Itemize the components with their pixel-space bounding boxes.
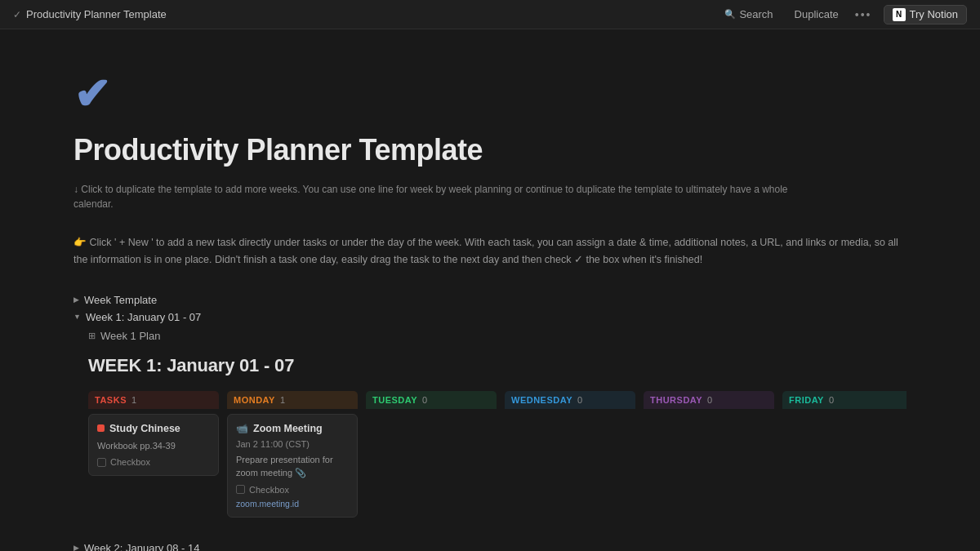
week-plan-table-icon: ⊞ — [88, 331, 96, 341]
thursday-col-header: THURSDAY 0 — [644, 391, 774, 409]
check-icon: ✓ — [13, 9, 21, 20]
collapse-triangle-icon: ▶ — [74, 295, 79, 304]
week1-section: ⊞ Week 1 Plan WEEK 1: January 01 - 07 Ta… — [88, 330, 906, 522]
search-button[interactable]: 🔍 Search — [719, 6, 777, 23]
wednesday-col-count: 0 — [577, 395, 582, 405]
card-meta: Jan 2 11:00 (CST) — [236, 439, 349, 449]
wednesday-col-header: WEDNESDAY 0 — [505, 391, 635, 409]
thursday-col-label: THURSDAY — [650, 395, 702, 405]
card-title: Study Chinese — [109, 423, 180, 434]
search-label: Search — [739, 8, 773, 20]
search-icon: 🔍 — [724, 9, 736, 20]
tuesday-col-count: 0 — [422, 395, 427, 405]
week2-triangle-icon: ▶ — [74, 544, 79, 551]
week2-item[interactable]: ▶ Week 2: January 08 - 14 — [74, 542, 906, 552]
friday-col-header: FRIDAY 0 — [782, 391, 906, 409]
thursday-col-count: 0 — [707, 395, 712, 405]
main-content: ✔ Productivity Planner Template ↓ Click … — [24, 29, 956, 551]
week2-label: Week 2: January 08 - 14 — [84, 542, 199, 552]
notion-n-icon: N — [893, 8, 906, 21]
card-title-row: Study Chinese — [97, 423, 210, 434]
description-text: Click ' + New ' to add a new task direct… — [74, 237, 898, 265]
expand-triangle-icon: ▼ — [74, 313, 81, 321]
card-title: Zoom Meeting — [253, 423, 323, 434]
card-checkbox[interactable] — [97, 458, 106, 467]
topbar-left: ✓ Productivity Planner Template — [13, 8, 167, 20]
board-title: WEEK 1: January 01 - 07 — [88, 355, 906, 376]
monday-col-label: MONDAY — [234, 395, 275, 405]
board-container[interactable]: Tasks 1 Study Chinese Workbook pp.34-39 … — [88, 391, 906, 522]
column-monday: MONDAY 1 📹 Zoom Meeting Jan 2 11:00 (CST… — [227, 391, 358, 522]
week1-item[interactable]: ▼ Week 1: January 01 - 07 — [74, 311, 906, 323]
description-emoji: 👉 — [74, 237, 87, 248]
tuesday-col-label: TUESDAY — [372, 395, 417, 405]
tasks-col-count: 1 — [131, 395, 136, 405]
column-thursday: THURSDAY 0 — [644, 391, 774, 414]
friday-col-label: FRIDAY — [789, 395, 824, 405]
topbar-title: Productivity Planner Template — [26, 8, 167, 20]
card-notes: Prepare presentation for zoom meeting 📎 — [236, 453, 349, 480]
card-checkbox[interactable] — [236, 485, 245, 494]
friday-col-count: 0 — [829, 395, 834, 405]
duplicate-label: Duplicate — [795, 8, 839, 20]
card-study-chinese[interactable]: Study Chinese Workbook pp.34-39 Checkbox — [88, 414, 219, 477]
checkbox-label: Checkbox — [110, 457, 150, 467]
card-title-row: 📹 Zoom Meeting — [236, 423, 349, 434]
week1-plan-label: Week 1 Plan — [100, 330, 160, 342]
tasks-col-label: Tasks — [95, 395, 127, 405]
card-url: zoom.meeting.id — [236, 499, 349, 509]
monday-col-count: 1 — [280, 395, 285, 405]
week1-plan-link[interactable]: ⊞ Week 1 Plan — [88, 330, 906, 342]
card-dot — [97, 424, 105, 432]
week-template-label: Week Template — [84, 294, 157, 306]
topbar-right: 🔍 Search Duplicate ••• N Try Notion — [719, 5, 967, 24]
try-notion-label: Try Notion — [910, 8, 958, 20]
column-friday: FRIDAY 0 — [782, 391, 906, 414]
card-zoom-meeting[interactable]: 📹 Zoom Meeting Jan 2 11:00 (CST) Prepare… — [227, 414, 358, 518]
zoom-icon: 📹 — [236, 423, 248, 434]
monday-col-header: MONDAY 1 — [227, 391, 358, 409]
card-notes: Workbook pp.34-39 — [97, 439, 210, 453]
tasks-col-header: Tasks 1 — [88, 391, 219, 409]
board: Tasks 1 Study Chinese Workbook pp.34-39 … — [88, 391, 906, 522]
tuesday-col-header: TUESDAY 0 — [366, 391, 497, 409]
column-wednesday: WEDNESDAY 0 — [505, 391, 635, 414]
checkbox-label: Checkbox — [249, 485, 289, 495]
card-checkbox-row[interactable]: Checkbox — [97, 457, 210, 467]
page-subtitle: ↓ Click to duplicate the template to add… — [74, 182, 808, 211]
page-description: 👉 Click ' + New ' to add a new task dire… — [74, 234, 906, 269]
week1-label: Week 1: January 01 - 07 — [86, 311, 201, 323]
more-options-icon[interactable]: ••• — [855, 8, 872, 21]
duplicate-button[interactable]: Duplicate — [790, 6, 844, 23]
topbar: ✓ Productivity Planner Template 🔍 Search… — [0, 0, 980, 29]
page-title: Productivity Planner Template — [74, 133, 906, 167]
column-tuesday: TUESDAY 0 — [366, 391, 497, 414]
try-notion-button[interactable]: N Try Notion — [884, 5, 967, 24]
week-template-item[interactable]: ▶ Week Template — [74, 294, 906, 306]
wednesday-col-label: WEDNESDAY — [511, 395, 572, 405]
page-icon: ✔ — [74, 69, 906, 120]
column-tasks: Tasks 1 Study Chinese Workbook pp.34-39 … — [88, 391, 219, 482]
card-checkbox-row[interactable]: Checkbox — [236, 485, 349, 495]
